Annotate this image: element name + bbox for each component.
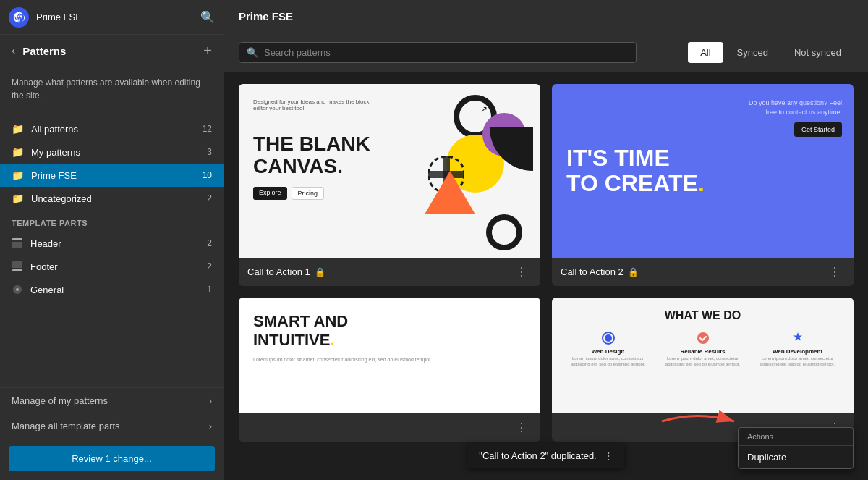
service-web-dev: Web Development Lorem ipsum dolor amet, … — [753, 331, 842, 368]
smart-desc: Lorem ipsum dolor sit amet, consectetur … — [253, 356, 526, 363]
svg-point-5 — [16, 288, 19, 291]
sidebar-header: ‹ Patterns + — [0, 35, 224, 67]
main-content: Prime FSE 🔍 All Synced Not synced Design… — [224, 0, 868, 480]
pattern-more-button-cta1[interactable]: ⋮ — [511, 264, 532, 280]
sidebar-item-footer[interactable]: Footer 2 — [0, 255, 224, 278]
template-label: Footer — [30, 261, 200, 272]
service-desc-web-dev: Lorem ipsum dolor amet, consectetur adip… — [753, 356, 842, 368]
svg-rect-2 — [12, 261, 22, 268]
smart-headline: SMART ANDINTUITIVE. — [253, 312, 526, 350]
search-input[interactable] — [264, 47, 629, 58]
services-grid: Web Design Lorem ipsum dolor amet, conse… — [563, 331, 842, 368]
template-parts-label: TEMPLATE PARTS — [0, 210, 224, 232]
chevron-right-icon: › — [209, 421, 212, 431]
sidebar: Prime FSE 🔍 ‹ Patterns + Manage what pat… — [0, 0, 224, 480]
pattern-more-button-cta3[interactable]: ⋮ — [511, 419, 532, 436]
template-count: 2 — [207, 261, 212, 271]
svg-point-9 — [697, 332, 709, 344]
service-name-reliable: Reliable Results — [658, 348, 747, 355]
its-time-preview: IT'S TIMETO CREATE. Do you have any ques… — [552, 84, 854, 258]
template-label: General — [30, 285, 200, 295]
filter-tab-all[interactable]: All — [688, 42, 723, 63]
svg-rect-1 — [12, 242, 22, 248]
service-desc-reliable: Lorem ipsum dolor amet, consectetur adip… — [658, 356, 747, 368]
nav-count: 3 — [207, 147, 212, 157]
notification-more-icon[interactable]: ⋮ — [604, 450, 613, 461]
what-we-do-heading: WHAT WE DO — [563, 309, 842, 322]
filter-tabs: All Synced Not synced — [688, 42, 854, 63]
manage-my-patterns-link[interactable]: Manage of my patterns › — [0, 388, 224, 413]
pattern-more-button-cta2[interactable]: ⋮ — [825, 264, 845, 280]
pricing-button: Pricing — [292, 187, 325, 200]
notification-bar: "Call to Action 2" duplicated. ⋮ — [467, 443, 624, 468]
nav-label: My patterns — [31, 147, 200, 158]
geometric-shapes: ↗ — [417, 84, 533, 258]
add-pattern-button[interactable]: + — [203, 43, 212, 58]
back-button[interactable]: ‹ — [12, 44, 15, 57]
pattern-preview-cta1: Designed for your Ideas and makes the bl… — [239, 84, 540, 258]
nav-count: 12 — [203, 124, 212, 134]
sidebar-title: Patterns — [22, 45, 196, 57]
nav-count: 10 — [203, 170, 212, 180]
sidebar-item-uncategorized[interactable]: 📁 Uncategorized 2 — [0, 187, 224, 210]
pattern-footer-cta3: ⋮ — [239, 413, 540, 442]
nav-label: Prime FSE — [31, 170, 195, 181]
search-icon: 🔍 — [247, 47, 258, 58]
general-template-icon — [12, 284, 23, 295]
service-desc-web-design: Lorem ipsum dolor amet, consectetur adip… — [563, 356, 652, 368]
nav-label: All patterns — [31, 124, 195, 135]
service-name-web-dev: Web Development — [753, 348, 842, 355]
smart-preview: SMART ANDINTUITIVE. Lorem ipsum dolor si… — [239, 298, 540, 413]
sidebar-item-general[interactable]: General 1 — [0, 278, 224, 301]
lock-icon: 🔒 — [628, 267, 639, 277]
actions-dropdown: Actions Duplicate — [738, 427, 854, 469]
folder-icon: 📁 — [12, 146, 24, 158]
main-header: Prime FSE — [224, 0, 868, 33]
search-icon[interactable]: 🔍 — [200, 10, 215, 24]
pattern-title-cta2: Call to Action 2 🔒 — [561, 266, 639, 277]
manage-my-patterns-label: Manage of my patterns — [12, 395, 108, 406]
sidebar-description: Manage what patterns are available when … — [0, 67, 224, 111]
geo-circle4 — [486, 214, 522, 250]
content-area: Designed for your Ideas and makes the bl… — [224, 72, 868, 480]
sidebar-item-my-patterns[interactable]: 📁 My patterns 3 — [0, 140, 224, 164]
pattern-card-cta3: SMART ANDINTUITIVE. Lorem ipsum dolor si… — [239, 298, 540, 442]
manage-template-parts-link[interactable]: Manage all template parts › — [0, 413, 224, 439]
review-change-button[interactable]: Review 1 change... — [9, 446, 215, 471]
web-design-icon — [601, 331, 616, 345]
its-time-right: Do you have any question? Feel free to c… — [748, 98, 842, 137]
get-started-button: Get Started — [794, 122, 842, 137]
service-reliable-results: Reliable Results Lorem ipsum dolor amet,… — [658, 331, 747, 368]
svg-rect-3 — [12, 269, 22, 271]
search-bar[interactable]: 🔍 — [239, 42, 637, 63]
pattern-preview-cta4: WHAT WE DO Web Design Lorem ipsum dolor … — [552, 298, 854, 413]
sidebar-item-prime-fse[interactable]: 📁 Prime FSE 10 — [0, 164, 224, 187]
pattern-footer-cta1: Call to Action 1 🔒 ⋮ — [239, 258, 540, 286]
pattern-card-cta2: IT'S TIMETO CREATE. Do you have any ques… — [552, 84, 854, 286]
duplicate-action[interactable]: Duplicate — [739, 446, 853, 468]
blank-canvas-preview: Designed for your Ideas and makes the bl… — [239, 84, 540, 258]
pattern-grid: Designed for your Ideas and makes the bl… — [239, 84, 854, 442]
its-time-desc: Do you have any question? Feel free to c… — [748, 98, 842, 117]
reliable-results-icon — [696, 331, 710, 345]
lock-icon: 🔒 — [315, 267, 326, 277]
nav-label: Uncategorized — [31, 193, 200, 204]
its-time-headline: IT'S TIMETO CREATE. — [566, 146, 839, 196]
pattern-card-cta4: WHAT WE DO Web Design Lorem ipsum dolor … — [552, 298, 854, 442]
sidebar-item-all-patterns[interactable]: 📁 All patterns 12 — [0, 117, 224, 140]
notification-text: "Call to Action 2" duplicated. — [479, 450, 596, 461]
filter-tab-not-synced[interactable]: Not synced — [782, 42, 854, 63]
footer-template-icon — [12, 261, 23, 272]
sidebar-item-header[interactable]: Header 2 — [0, 232, 224, 255]
manage-template-parts-label: Manage all template parts — [12, 421, 120, 431]
what-we-do-preview: WHAT WE DO Web Design Lorem ipsum dolor … — [552, 298, 854, 413]
pattern-title-label: Call to Action 2 — [561, 266, 624, 277]
geo-arrow-icon: ↗ — [480, 104, 488, 114]
pattern-footer-cta2: Call to Action 2 🔒 ⋮ — [552, 258, 854, 286]
template-label: Header — [30, 238, 200, 249]
nav-list: 📁 All patterns 12 📁 My patterns 3 📁 Prim… — [0, 111, 224, 387]
pattern-title-label: Call to Action 1 — [247, 266, 310, 277]
filter-tab-synced[interactable]: Synced — [725, 42, 780, 63]
explore-button: Explore — [253, 187, 287, 200]
pattern-card-cta1: Designed for your Ideas and makes the bl… — [239, 84, 540, 286]
